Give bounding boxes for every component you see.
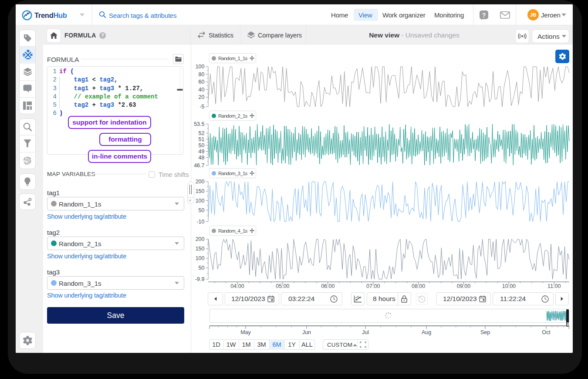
svg-text:Sep: Sep — [480, 329, 490, 335]
svg-text:52: 52 — [199, 130, 205, 136]
svg-text:04:00: 04:00 — [230, 283, 244, 289]
svg-text:10:00: 10:00 — [502, 283, 516, 289]
svg-text:11:00: 11:00 — [547, 283, 561, 289]
svg-text:50: 50 — [199, 265, 205, 271]
svg-text:-5: -5 — [199, 104, 204, 110]
svg-text:40: 40 — [199, 87, 205, 93]
svg-text:50: 50 — [199, 207, 205, 213]
svg-text:50: 50 — [199, 142, 205, 149]
svg-text:49: 49 — [199, 149, 205, 155]
svg-text:53.5: 53.5 — [194, 121, 204, 127]
svg-text:100: 100 — [196, 255, 205, 261]
svg-text:48: 48 — [199, 155, 205, 161]
svg-text:100: 100 — [196, 198, 205, 204]
svg-text:150: 150 — [196, 188, 205, 194]
svg-text:150: 150 — [196, 246, 205, 252]
svg-text:Jul: Jul — [362, 329, 369, 335]
svg-text:07:00: 07:00 — [366, 283, 380, 289]
svg-text:May: May — [240, 329, 251, 335]
svg-text:200: 200 — [196, 236, 205, 242]
svg-text:51: 51 — [199, 136, 205, 142]
svg-text:60: 60 — [199, 79, 205, 85]
svg-text:80: 80 — [199, 71, 205, 78]
svg-text:?: ? — [482, 12, 486, 19]
svg-text:08:00: 08:00 — [412, 283, 425, 289]
svg-text:06:00: 06:00 — [321, 283, 335, 289]
svg-text:-9.9: -9.9 — [195, 276, 205, 282]
svg-text:Jun: Jun — [302, 329, 311, 335]
svg-text:20: 20 — [199, 94, 205, 100]
svg-text:46.7: 46.7 — [194, 162, 204, 169]
svg-text:09:00: 09:00 — [457, 283, 470, 289]
svg-text:05:00: 05:00 — [276, 283, 289, 289]
svg-text:-10: -10 — [196, 219, 204, 225]
svg-text:Oct: Oct — [542, 329, 551, 335]
svg-text:100: 100 — [196, 64, 205, 70]
svg-text:Aug: Aug — [422, 329, 431, 335]
svg-text:200: 200 — [196, 179, 205, 185]
